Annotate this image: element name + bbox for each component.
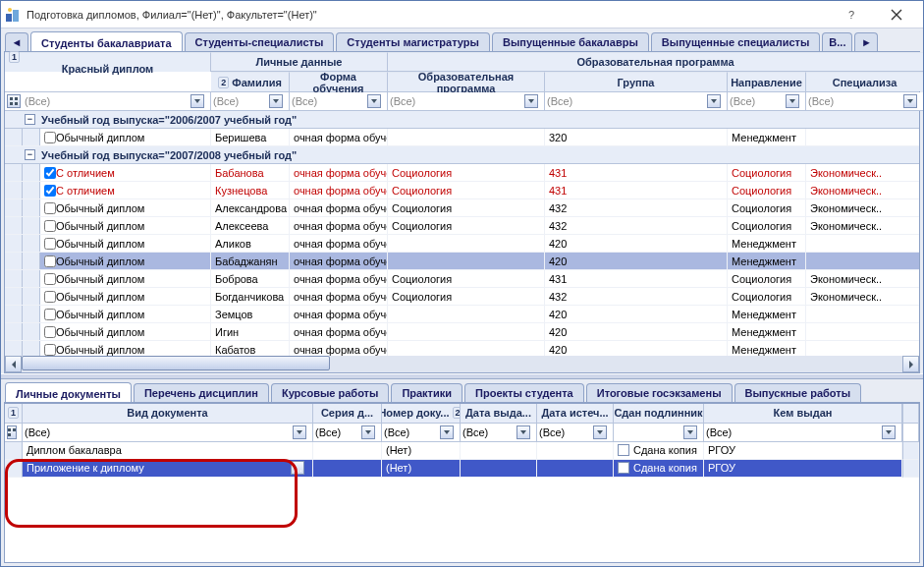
filter-all[interactable]: (Все) [213,95,239,107]
upper-horizontal-scrollbar[interactable] [5,356,919,372]
tab-disciplines[interactable]: Перечень дисциплин [134,383,269,402]
diploma-checkbox[interactable] [44,344,56,356]
diploma-checkbox[interactable] [44,309,56,320]
tab-students-bachelor[interactable]: Студенты бакалавриата [30,31,183,51]
tab-student-projects[interactable]: Проекты студента [464,383,584,402]
col-program[interactable]: Образовательная программа [388,72,545,91]
tab-course-works[interactable]: Курсовые работы [271,383,389,402]
table-row[interactable]: Обычный дипломБеришеваочная форма обучен… [5,129,919,146]
filter-all[interactable]: (Все) [808,95,834,107]
diploma-checkbox[interactable] [44,220,56,232]
lower-data-body[interactable]: Диплом бакалавра(Нет)Сдана копияРГОУПрил… [5,442,919,562]
table-row[interactable]: Обычный дипломАликовочная форма обучения… [5,235,919,253]
diploma-checkbox[interactable] [44,167,56,179]
table-row[interactable]: Обычный дипломЗемцовочная форма обучения… [5,306,919,323]
filter-dropdown-icon[interactable] [7,425,17,439]
table-row[interactable]: Обычный дипломКабатовочная форма обучени… [5,341,919,356]
diploma-checkbox[interactable] [44,238,56,250]
close-button[interactable] [874,1,919,28]
tab-nav-left[interactable]: ◄ [5,32,28,51]
diploma-checkbox[interactable] [44,255,56,267]
col-specialization[interactable]: Специализа [806,72,924,91]
diploma-checkbox[interactable] [44,185,56,197]
personal-data-header[interactable]: Личные данные [211,52,388,72]
tab-released-bachelor[interactable]: Выпущенные бакалавры [492,32,649,51]
table-row[interactable]: Обычный дипломБоброваочная форма обучени… [5,270,919,288]
tab-practices[interactable]: Практики [391,383,462,402]
group-row[interactable]: −Учебный год выпуска="2007/2008 учебный … [5,146,919,164]
help-button[interactable]: ? [829,1,874,28]
table-row[interactable]: Обычный дипломАлександроваочная форма об… [5,199,919,217]
ellipsis-icon[interactable]: … [291,461,304,475]
filter-all[interactable]: (Все) [706,426,732,438]
col-group[interactable]: Группа [545,72,728,91]
checkbox-icon[interactable] [618,462,629,474]
filter-all[interactable]: (Все) [730,95,755,107]
col-form[interactable]: Форма обучения [290,72,388,91]
filter-all[interactable]: (Все) [539,426,565,438]
col-issue-date[interactable]: Дата выда... [461,404,537,424]
col-doc-number[interactable]: Номер доку... 2 [382,404,461,424]
chevron-down-icon[interactable] [367,94,381,108]
filter-all[interactable]: (Все) [292,95,317,107]
cell-original[interactable]: Сдана копия [614,442,704,460]
edu-program-top-header[interactable]: Образовательная программа [388,52,924,72]
table-row[interactable]: Приложение к диплому…(Нет)Сдана копияРГО… [5,460,919,478]
checkbox-icon[interactable] [618,444,629,456]
scroll-right-icon[interactable] [902,356,919,372]
col-issued-by[interactable]: Кем выдан [704,404,902,424]
tab-state-exams[interactable]: Итоговые госэкзамены [586,383,733,402]
chevron-down-icon[interactable] [683,425,697,439]
tab-personal-documents[interactable]: Личные документы [5,382,132,402]
filter-all[interactable]: (Все) [547,95,572,107]
col-series[interactable]: Серия д... [313,404,382,424]
chevron-down-icon[interactable] [361,425,375,439]
tab-released-specialist[interactable]: Выпущенные специалисты [651,32,821,51]
table-row[interactable]: Обычный дипломИгиночная форма обучения42… [5,323,919,341]
chevron-down-icon[interactable] [524,94,538,108]
table-row[interactable]: Обычный дипломБабаджаняночная форма обуч… [5,253,919,270]
chevron-down-icon[interactable] [786,94,799,108]
chevron-down-icon[interactable] [593,425,607,439]
tab-more[interactable]: В... [822,32,852,51]
group-row[interactable]: −Учебный год выпуска="2006/2007 учебный … [5,111,919,129]
chevron-down-icon[interactable] [882,425,896,439]
table-row[interactable]: С отличиемБабановаочная форма обученияСо… [5,164,919,182]
filter-all[interactable]: (Все) [462,426,488,438]
chevron-down-icon[interactable] [293,425,306,439]
chevron-down-icon[interactable] [269,94,283,108]
col-expire-date[interactable]: Дата истеч... [537,404,614,424]
collapse-toggle-icon[interactable]: − [25,149,35,160]
col-familia[interactable]: 2 Фамилия [211,72,290,91]
chevron-down-icon[interactable] [516,425,530,439]
tab-nav-right[interactable]: ► [854,32,878,51]
col-doc-type[interactable]: Вид документа [23,404,313,424]
red-diploma-header[interactable]: Красный диплом [62,63,153,75]
chevron-down-icon[interactable] [903,94,917,108]
scroll-left-icon[interactable] [5,356,22,372]
filter-dropdown-icon[interactable] [190,94,204,108]
filter-all[interactable]: (Все) [390,95,415,107]
diploma-checkbox[interactable] [44,326,56,338]
chevron-down-icon[interactable] [440,425,454,439]
diploma-checkbox[interactable] [44,132,56,143]
cell-original[interactable]: Сдана копия [614,460,704,478]
diploma-checkbox[interactable] [44,273,56,285]
filter-all-1[interactable]: (Все) [25,95,50,107]
tab-students-master[interactable]: Студенты магистратуры [336,32,490,51]
diploma-checkbox[interactable] [44,202,56,214]
table-row[interactable]: Обычный дипломАлексееваочная форма обуче… [5,217,919,235]
table-row[interactable]: Обычный дипломБогданчиковаочная форма об… [5,288,919,306]
upper-data-body[interactable]: −Учебный год выпуска="2006/2007 учебный … [5,111,919,356]
table-row[interactable]: С отличиемКузнецоваочная форма обученияС… [5,182,919,199]
diploma-checkbox[interactable] [44,291,56,303]
filter-all[interactable]: (Все) [315,426,341,438]
table-row[interactable]: Диплом бакалавра(Нет)Сдана копияРГОУ [5,442,919,460]
col-original-given[interactable]: Сдан подлинник [614,404,704,424]
collapse-toggle-icon[interactable]: − [25,114,35,125]
chevron-down-icon[interactable] [707,94,721,108]
filter-all[interactable]: (Все) [25,426,50,438]
tab-students-specialist[interactable]: Студенты-специалисты [185,32,335,51]
filter-all[interactable]: (Все) [384,426,409,438]
tab-graduation-works[interactable]: Выпускные работы [734,383,862,402]
